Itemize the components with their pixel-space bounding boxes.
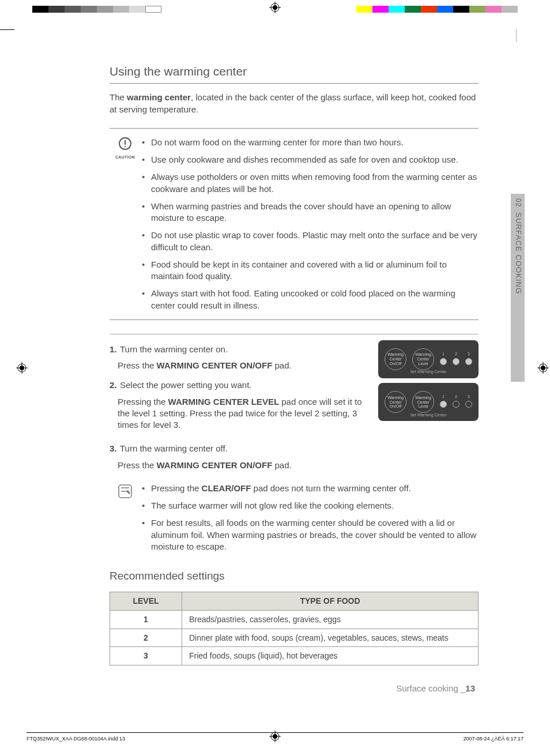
text: Press the xyxy=(118,460,157,470)
panel-level-indicators xyxy=(440,353,472,365)
panel-button-onoff: WarmingCenterOn/Off xyxy=(385,348,406,370)
footer-page-number: 13 xyxy=(465,683,475,693)
step-number: 1. xyxy=(110,344,120,355)
list-item: The surface warmer will not glow red lik… xyxy=(141,500,479,511)
step-number: 3. xyxy=(110,443,120,454)
note-icon-col xyxy=(110,483,141,552)
step-title: Turn the warming center off. xyxy=(120,443,479,454)
intro-paragraph: The warming center, located in the back … xyxy=(110,92,479,115)
panel-level-indicators xyxy=(440,396,472,408)
section-tab-number: 02 xyxy=(514,198,522,207)
print-timestamp: 2007-08-24 ¿ÀÈÄ 6:17:17 xyxy=(463,735,523,742)
caution-icon xyxy=(118,137,132,151)
list-item: Do not warm food on the warming center f… xyxy=(141,137,479,148)
indicator-3-icon xyxy=(465,358,472,365)
cell-type: Breads/pastries, casseroles, gravies, eg… xyxy=(182,610,479,629)
caution-callout: CAUTION Do not warm food on the warming … xyxy=(110,128,479,320)
text-bold: WARMING CENTER LEVEL xyxy=(168,397,280,407)
text: Press the xyxy=(118,360,157,370)
list-item: Always start with hot food. Eating uncoo… xyxy=(141,288,479,311)
cell-level: 1 xyxy=(110,610,182,629)
caution-icon-col: CAUTION xyxy=(110,137,141,311)
recommended-heading: Recommended settings xyxy=(110,569,479,584)
panel-sublabel: Set Warming Center xyxy=(410,369,446,374)
section-tab-label: SURFACE COOKING xyxy=(514,213,523,294)
text: The xyxy=(110,92,127,102)
step-1: 1. Turn the warming center on. Press the… xyxy=(110,344,479,372)
panel-button-onoff: WarmingCenterOn/Off xyxy=(385,391,406,413)
panel-sublabel: Set Warming Center xyxy=(410,412,446,418)
crop-mark xyxy=(0,29,14,30)
note-list: Pressing the CLEAR/OFF pad does not turn… xyxy=(141,483,479,552)
step-3: 3. Turn the warming center off. Press th… xyxy=(110,443,479,471)
text-bold: WARMING CENTER ON/OFF xyxy=(157,360,273,370)
list-item: When warming pastries and breads the cov… xyxy=(141,201,479,224)
indicator-3-icon xyxy=(465,401,472,408)
text: pad. xyxy=(272,360,291,370)
table-row: 1 Breads/pastries, casseroles, gravies, … xyxy=(110,610,479,629)
step-2: 2. Select the power setting you want. Pr… xyxy=(110,379,479,435)
caution-list: Do not warm food on the warming center f… xyxy=(141,137,479,311)
table-row: 3 Fried foods, soups (liquid), hot bever… xyxy=(110,647,479,665)
print-file-name: FTQ352IWUX_XAA DG68-00104A.indd 13 xyxy=(27,735,125,742)
page-content: Using the warming center The warming cen… xyxy=(110,63,479,665)
list-item: Always use potholders or oven mitts when… xyxy=(141,171,479,195)
print-slug-line: FTQ352IWUX_XAA DG68-00104A.indd 13 2007-… xyxy=(27,732,523,742)
indicator-1-icon xyxy=(440,401,447,408)
steps-section: 1. Turn the warming center on. Press the… xyxy=(110,334,479,471)
list-item: Food should be kept in its container and… xyxy=(141,259,479,283)
footer-section-text: Surface cooking _ xyxy=(396,683,465,693)
page-footer-label: Surface cooking _13 xyxy=(396,683,475,694)
indicator-2-icon xyxy=(453,401,459,408)
indicator-1-icon xyxy=(440,358,447,365)
list-item: Do not use plastic wrap to cover foods. … xyxy=(141,230,479,253)
step-detail: Press the WARMING CENTER ON/OFF pad. xyxy=(110,460,479,471)
recommended-table: LEVEL TYPE OF FOOD 1 Breads/pastries, ca… xyxy=(110,592,479,666)
registration-mark-left xyxy=(16,362,28,374)
panel-button-level: WarmingCenterLevel xyxy=(412,348,434,370)
text-bold: warming center xyxy=(127,92,191,102)
list-item: For best results, all foods on the warmi… xyxy=(141,517,479,552)
note-callout: Pressing the CLEAR/OFF pad does not turn… xyxy=(110,483,479,552)
text: pad does not turn the warming center off… xyxy=(251,483,410,493)
control-panel-graphic-1: WarmingCenterOn/Off WarmingCenterLevel S… xyxy=(378,340,479,378)
text-bold: WARMING CENTER ON/OFF xyxy=(157,460,273,470)
printer-colorbar-left xyxy=(32,4,161,11)
list-item: Pressing the CLEAR/OFF pad does not turn… xyxy=(141,483,479,494)
caution-label: CAUTION xyxy=(110,155,141,160)
list-item: Use only cookware and dishes recommended… xyxy=(141,154,479,166)
cell-level: 2 xyxy=(110,629,182,647)
indicator-2-icon xyxy=(453,358,459,365)
text: Pressing the xyxy=(118,397,168,407)
registration-mark-top xyxy=(269,2,281,13)
svg-rect-10 xyxy=(125,146,126,147)
step-number: 2. xyxy=(110,379,120,391)
note-icon xyxy=(118,484,133,499)
printer-colorbar-right xyxy=(356,4,518,11)
table-header-type: TYPE OF FOOD xyxy=(182,592,479,610)
control-panel-graphic-2: WarmingCenterOn/Off WarmingCenterLevel S… xyxy=(378,383,479,421)
section-tab: 02 SURFACE COOKING xyxy=(511,194,525,382)
registration-mark-right xyxy=(537,362,549,374)
svg-rect-9 xyxy=(125,140,126,145)
text: Pressing the xyxy=(151,483,202,493)
table-row: 2 Dinner plate with food, soups (cream),… xyxy=(110,629,479,647)
cell-type: Dinner plate with food, soups (cream), v… xyxy=(182,629,479,647)
section-heading: Using the warming center xyxy=(110,63,479,84)
table-header-level: LEVEL xyxy=(110,592,182,610)
text: pad. xyxy=(272,460,291,470)
cell-level: 3 xyxy=(110,647,182,665)
text-bold: CLEAR/OFF xyxy=(202,483,251,493)
cell-type: Fried foods, soups (liquid), hot beverag… xyxy=(182,647,479,665)
crop-mark xyxy=(516,29,517,42)
panel-button-level: WarmingCenterLevel xyxy=(412,391,434,413)
